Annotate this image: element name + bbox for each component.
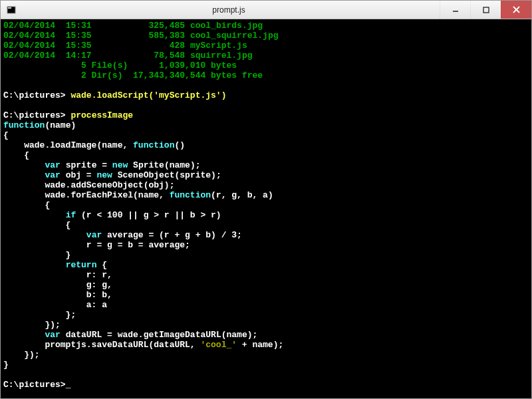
prompt: C:\pictures> xyxy=(3,380,66,390)
kw-var: var xyxy=(45,330,65,340)
app-window: prompt.js 02/04/2014 15:31 325,485 cool_… xyxy=(0,0,532,399)
kw-function: function xyxy=(133,140,174,150)
code: { xyxy=(3,150,29,160)
dir-row: 02/04/2014 14:17 78,548 squirrel.jpg xyxy=(3,51,253,61)
code: (name) xyxy=(45,120,76,130)
kw-function: function xyxy=(170,190,211,200)
dir-row: 02/04/2014 15:35 585,383 cool_squirrel.j… xyxy=(3,31,279,41)
code: Sprite(name); xyxy=(133,160,200,170)
code: (r < 100 || g > r || b > r) xyxy=(81,210,221,220)
code: } xyxy=(3,360,9,370)
kw-return: return xyxy=(66,260,102,270)
dir-row: 02/04/2014 15:35 428 myScript.js xyxy=(3,41,247,51)
code: r: r, xyxy=(3,270,112,280)
code: r = g = b = average; xyxy=(3,240,190,250)
code: (r, g, b, a) xyxy=(211,190,273,200)
svg-rect-1 xyxy=(8,7,11,9)
titlebar[interactable]: prompt.js xyxy=(1,1,531,19)
app-icon xyxy=(5,3,18,17)
kw-new: new xyxy=(112,160,133,170)
code: { xyxy=(3,220,70,230)
code xyxy=(3,260,66,270)
code: a: a xyxy=(3,300,107,310)
kw-var: var xyxy=(45,170,65,180)
code: () xyxy=(174,140,185,150)
command-processimage: processImage xyxy=(70,110,133,120)
dir-summary-dirs: 2 Dir(s) 17,343,340,544 bytes free xyxy=(3,70,263,80)
terminal-output[interactable]: 02/04/2014 15:31 325,485 cool_birds.jpg … xyxy=(1,19,531,398)
prompt: C:\pictures> xyxy=(3,110,66,120)
close-button[interactable] xyxy=(501,1,531,19)
code: wade.forEachPixel(name, xyxy=(3,190,170,200)
code xyxy=(3,330,45,340)
code xyxy=(3,210,66,220)
code: + name); xyxy=(237,340,283,350)
dir-row: 02/04/2014 15:31 325,485 cool_birds.jpg xyxy=(3,21,263,31)
maximize-button[interactable] xyxy=(470,1,501,19)
code: }); xyxy=(3,350,40,360)
code: { xyxy=(102,260,107,270)
code: } xyxy=(3,250,70,260)
code: wade.addSceneObject(obj); xyxy=(3,180,174,190)
window-title: prompt.js xyxy=(18,5,440,15)
code: average = (r + g + b) / 3; xyxy=(107,230,242,240)
cursor: _ xyxy=(66,380,71,390)
kw-if: if xyxy=(66,210,81,220)
code: obj = xyxy=(66,170,97,180)
kw-new: new xyxy=(96,170,117,180)
code: SceneObject(sprite); xyxy=(118,170,221,180)
code xyxy=(3,170,45,180)
kw-var: var xyxy=(86,230,107,240)
prompt: C:\pictures> xyxy=(3,90,66,100)
code: wade.loadImage(name, xyxy=(3,140,133,150)
code: sprite = xyxy=(66,160,112,170)
code: }); xyxy=(3,320,61,330)
code: }; xyxy=(3,310,76,320)
kw-var: var xyxy=(45,160,65,170)
window-controls xyxy=(440,1,531,19)
string-literal: 'cool_' xyxy=(200,340,237,350)
kw-function: function xyxy=(3,120,45,130)
command-loadscript: wade.loadScript('myScript.js') xyxy=(70,90,226,100)
svg-rect-3 xyxy=(483,7,489,13)
code xyxy=(3,160,45,170)
code: dataURL = wade.getImageDataURL(name); xyxy=(66,330,258,340)
code xyxy=(3,230,86,240)
code: promptjs.saveDataURL(dataURL, xyxy=(3,340,200,350)
dir-summary-files: 5 File(s) 1,039,010 bytes xyxy=(3,61,237,70)
code: b: b, xyxy=(3,290,112,300)
minimize-button[interactable] xyxy=(440,1,470,19)
code: { xyxy=(3,130,9,140)
code: g: g, xyxy=(3,280,112,290)
code: { xyxy=(3,200,50,210)
